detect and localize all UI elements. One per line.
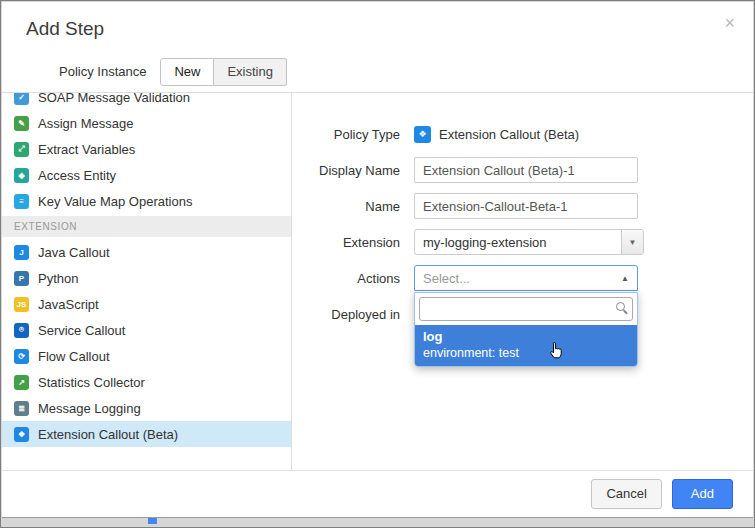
deployed-in-label: Deployed in [300, 307, 400, 322]
search-icon [616, 302, 625, 311]
sidebar-item-service-callout[interactable]: ⌾ Service Callout [2, 317, 291, 343]
python-icon: P [14, 271, 29, 286]
actions-option-name: log [415, 328, 637, 345]
policy-list: ✓ SOAP Message Validation ✎ Assign Messa… [2, 93, 291, 447]
extension-label: Extension [300, 235, 400, 250]
screen: Add Step × Policy Instance New Existing … [0, 0, 755, 528]
soap-message-validation-icon: ✓ [14, 93, 29, 105]
message-logging-icon: ≣ [14, 401, 29, 416]
sidebar-policy-item-label: Key Value Map Operations [38, 194, 192, 209]
display-name-label: Display Name [300, 163, 400, 178]
actions-search-wrap [415, 293, 637, 325]
sidebar-policy-item-label: Message Logging [38, 401, 141, 416]
actions-select-placeholder: Select... [415, 271, 621, 286]
sidebar-item-soap-message-validation[interactable]: ✓ SOAP Message Validation [2, 93, 291, 110]
sidebar-item-python[interactable]: P Python [2, 265, 291, 291]
actions-select[interactable]: Select... ▲ [414, 265, 638, 291]
sidebar-item-key-value-map-operations[interactable]: ≡ Key Value Map Operations [2, 188, 291, 214]
actions-dropdown-panel: logenvironment: test [414, 292, 638, 367]
sidebar-item-java-callout[interactable]: J Java Callout [2, 239, 291, 265]
sidebar-policy-item-label: SOAP Message Validation [38, 93, 190, 105]
javascript-icon: JS [14, 297, 29, 312]
sidebar-item-flow-callout[interactable]: ⟳ Flow Callout [2, 343, 291, 369]
sidebar-item-message-logging[interactable]: ≣ Message Logging [2, 395, 291, 421]
access-entity-icon: ◈ [14, 168, 29, 183]
display-name-row: Display Name [300, 157, 753, 183]
sidebar-policy-item-label: Access Entity [38, 168, 116, 183]
add-button[interactable]: Add [672, 479, 733, 509]
sidebar-policy-item-label: Service Callout [38, 323, 125, 338]
policy-instance-row: Policy Instance New Existing [59, 58, 753, 86]
sidebar-policy-item-label: JavaScript [38, 297, 99, 312]
tab-new[interactable]: New [160, 58, 214, 86]
policy-type-row: Policy Type ❖ Extension Callout (Beta) [300, 121, 753, 147]
cancel-button[interactable]: Cancel [591, 479, 661, 509]
modal-footer: Cancel Add [2, 470, 753, 517]
sidebar-policy-item-label: Assign Message [38, 116, 133, 131]
sidebar-item-extract-variables[interactable]: ⤢ Extract Variables [2, 136, 291, 162]
sidebar-item-statistics-collector[interactable]: ↗ Statistics Collector [2, 369, 291, 395]
policy-instance-label: Policy Instance [59, 64, 146, 79]
flow-callout-icon: ⟳ [14, 349, 29, 364]
name-input[interactable] [414, 193, 638, 219]
tab-existing[interactable]: Existing [214, 58, 287, 86]
actions-options: logenvironment: test [415, 325, 637, 366]
chevron-up-icon: ▲ [621, 274, 637, 283]
actions-search-input[interactable] [419, 297, 633, 321]
service-callout-icon: ⌾ [14, 323, 29, 338]
policy-form-panel: Policy Type ❖ Extension Callout (Beta) D… [292, 93, 753, 472]
add-step-modal: Add Step × Policy Instance New Existing … [2, 2, 753, 518]
extension-row: Extension my-logging-extension ▼ [300, 229, 753, 255]
sidebar-item-javascript[interactable]: JS JavaScript [2, 291, 291, 317]
display-name-input[interactable] [414, 157, 638, 183]
extract-variables-icon: ⤢ [14, 142, 29, 157]
policy-type-value: Extension Callout (Beta) [439, 127, 579, 142]
java-callout-icon: J [14, 245, 29, 260]
sidebar-item-assign-message[interactable]: ✎ Assign Message [2, 110, 291, 136]
policy-type-label: Policy Type [300, 127, 400, 142]
statistics-collector-icon: ↗ [14, 375, 29, 390]
name-row: Name [300, 193, 753, 219]
extension-callout-icon: ❖ [14, 427, 29, 442]
sidebar-policy-item-label: Extension Callout (Beta) [38, 427, 178, 442]
actions-label: Actions [300, 271, 400, 286]
name-label: Name [300, 199, 400, 214]
actions-option-log[interactable]: logenvironment: test [415, 325, 637, 366]
sidebar-item-access-entity[interactable]: ◈ Access Entity [2, 162, 291, 188]
modal-header: Add Step × [2, 2, 753, 44]
actions-combobox: Select... ▲ logenvironment: test [414, 265, 638, 291]
sidebar-policy-item-label: Extract Variables [38, 142, 135, 157]
extension-callout-icon: ❖ [414, 126, 431, 143]
close-icon[interactable]: × [724, 14, 735, 32]
sidebar-policy-item-label: Statistics Collector [38, 375, 145, 390]
modal-title: Add Step [26, 18, 729, 40]
policy-sidebar: ✓ SOAP Message Validation ✎ Assign Messa… [2, 93, 292, 472]
modal-content: ✓ SOAP Message Validation ✎ Assign Messa… [2, 92, 753, 472]
actions-option-detail: environment: test [415, 345, 637, 361]
extension-select-value: my-logging-extension [415, 235, 621, 250]
sidebar-policy-item-label: Python [38, 271, 78, 286]
policy-instance-tab-group: New Existing [160, 58, 287, 86]
actions-row: Actions Select... ▲ logenvironment: test [300, 265, 753, 291]
key-value-map-operations-icon: ≡ [14, 194, 29, 209]
sidebar-policy-item-label: Java Callout [38, 245, 110, 260]
policy-type-value-wrap: ❖ Extension Callout (Beta) [414, 126, 579, 143]
sidebar-policy-item-label: Flow Callout [38, 349, 110, 364]
chevron-down-icon: ▼ [621, 230, 643, 254]
sidebar-section-extension: EXTENSION [2, 216, 291, 237]
sidebar-item-extension-callout-beta[interactable]: ❖ Extension Callout (Beta) [2, 421, 291, 447]
extension-select[interactable]: my-logging-extension ▼ [414, 229, 644, 255]
background-page-element [148, 517, 157, 524]
assign-message-icon: ✎ [14, 116, 29, 131]
